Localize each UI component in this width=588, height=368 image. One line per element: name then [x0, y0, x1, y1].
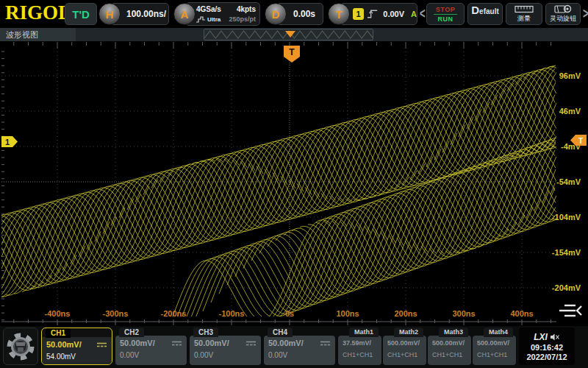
ch1-marker-number: 1: [5, 138, 10, 146]
dc-coupling-icon: [245, 340, 257, 347]
system-status-panel: LXI 09:16:42 2022/07/12: [519, 328, 575, 365]
ch3-offset: 0.00V: [194, 351, 257, 359]
channel-card-ch1[interactable]: CH1 50.00mV/ 54.00mV: [41, 328, 112, 365]
ch4-offset: 0.00V: [268, 351, 331, 359]
ch1-tab: CH1: [46, 328, 71, 338]
dc-coupling-icon: [320, 340, 331, 347]
menu-collapse-icon[interactable]: [559, 305, 581, 316]
navigation-gear-button[interactable]: [3, 328, 38, 365]
svg-text:0s: 0s: [285, 309, 294, 318]
svg-text:-104mV: -104mV: [552, 213, 581, 222]
ch4-scale: 50.00mV/: [268, 339, 304, 347]
dc-coupling-icon: [96, 342, 107, 348]
waveform-display: 96mV46mV-4mV-54mV-104mV-154mV-204mV-400n…: [0, 41, 588, 326]
svg-text:-54mV: -54mV: [556, 177, 581, 186]
channel-card-ch4[interactable]: CH4 50.00mV/ 0.00V: [264, 328, 335, 365]
top-bar: RIGOL T'D H 100.00ns/ A 4GSa/s 4kpts Ult…: [0, 0, 588, 28]
math4-expression: CH1+CH1: [477, 351, 512, 358]
ch2-tab: CH2: [119, 328, 144, 337]
stop-run-button[interactable]: STOP RUN: [426, 3, 465, 25]
trigger-knob-button[interactable]: T: [328, 3, 350, 25]
math2-expression: CH1+CH1: [387, 351, 422, 358]
horizontal-knob-button[interactable]: H: [98, 3, 121, 25]
view-tab-bar: 波形视图: [0, 28, 588, 41]
math-card-math1[interactable]: Math1 37.59mV/ CH1+CH1: [338, 328, 381, 365]
trigger-source-badge: 1: [353, 8, 364, 20]
stop-run-divider: [434, 14, 457, 15]
speaker-muted-icon: [551, 333, 560, 341]
trigger-flag-letter: T: [289, 47, 295, 57]
default-button[interactable]: Default: [467, 3, 503, 25]
default-label-initial: D: [471, 4, 479, 16]
system-date: 2022/07/12: [526, 353, 567, 361]
math3-expression: CH1+CH1: [432, 351, 467, 358]
rigol-logo: RIGOL: [5, 1, 71, 24]
math4-tab: Math4: [484, 328, 513, 337]
ch3-tab: CH3: [193, 328, 218, 337]
ch1-scale: 50.00mV/: [46, 340, 82, 349]
ch2-offset: 0.00V: [120, 351, 182, 359]
memory-depth: 4kpts: [237, 5, 256, 13]
measure-label: 测量: [517, 14, 531, 24]
svg-text:300ns: 300ns: [452, 309, 475, 318]
lxi-badge: LXI: [534, 332, 548, 342]
channel-card-ch3[interactable]: CH3 50.00mV/ 0.00V: [190, 328, 261, 365]
trigger-level: 0.00V: [383, 10, 404, 18]
trigger-position-flag[interactable]: T: [284, 46, 300, 63]
sample-resolution: 250ps/pt: [229, 15, 256, 23]
trigger-level-letter: T: [578, 137, 583, 145]
toolbar-scroll-left-icon[interactable]: <: [420, 5, 426, 22]
quick-knob-button[interactable]: 灵动旋钮: [545, 3, 581, 25]
channel-status-bar: CH1 50.00mV/ 54.00mV CH2 50.00mV/: [0, 326, 588, 368]
math1-expression: CH1+CH1: [343, 351, 377, 358]
svg-text:-200ns: -200ns: [161, 309, 187, 318]
math3-tab: Math3: [439, 328, 468, 337]
sample-rate: 4GSa/s: [196, 5, 221, 13]
ch1-offset: 54.00mV: [46, 353, 107, 361]
channel-card-ch2[interactable]: CH2 50.00mV/ 0.00V: [115, 328, 187, 365]
acquire-knob-button[interactable]: A: [173, 3, 196, 25]
acquire-chip[interactable]: 4GSa/s 4kpts Ultra 250ps/pt: [185, 2, 260, 26]
ch1-waveform-trace: [1, 66, 556, 326]
math1-tab: Math1: [349, 328, 379, 337]
svg-text:-400ns: -400ns: [45, 309, 71, 318]
svg-text:-300ns: -300ns: [103, 309, 129, 318]
toolbar-scroll-right-icon[interactable]: >: [583, 5, 588, 22]
tab-waveform-view[interactable]: 波形视图: [0, 28, 76, 41]
math4-scale: 500.00mV/: [477, 339, 512, 347]
math1-scale: 37.59mV/: [343, 339, 377, 347]
math2-scale: 500.00mV/: [387, 339, 422, 347]
trigger-sweep-mode: A: [411, 10, 417, 18]
svg-text:46mV: 46mV: [559, 107, 581, 116]
ch3-scale: 50.00mV/: [194, 339, 229, 347]
math-card-math3[interactable]: Math3 500.00mV/ CH1+CH1: [428, 328, 471, 365]
trigger-position-indicator[interactable]: [285, 31, 295, 38]
trigger-settings-chip[interactable]: 1 0.00V A: [340, 3, 417, 25]
timebase-scale: 100.00ns/: [126, 9, 166, 19]
svg-text:-204mV: -204mV: [552, 283, 581, 292]
svg-text:-100ns: -100ns: [219, 309, 245, 318]
delay-knob-button[interactable]: D: [265, 3, 287, 25]
svg-text:200ns: 200ns: [394, 309, 417, 318]
math-card-math2[interactable]: Math2 500.00mV/ CH1+CH1: [383, 328, 426, 365]
ch1-offset-marker[interactable]: 1: [1, 136, 18, 147]
dc-coupling-icon: [171, 340, 182, 347]
gear-icon: [4, 330, 37, 364]
rising-edge-icon: [367, 9, 378, 19]
ultra-acquire-icon: [196, 16, 206, 23]
stop-label: STOP: [436, 6, 455, 13]
svg-text:-154mV: -154mV: [552, 248, 581, 257]
default-label-rest: efault: [479, 7, 499, 15]
system-time: 09:16:42: [531, 343, 563, 352]
svg-text:96mV: 96mV: [559, 71, 581, 80]
ruler-icon: [514, 5, 534, 13]
math2-tab: Math2: [394, 328, 423, 337]
math3-scale: 500.00mV/: [432, 339, 467, 347]
measure-button[interactable]: 测量: [506, 3, 542, 25]
trigger-status-badge: T'D: [65, 3, 97, 25]
svg-text:100ns: 100ns: [336, 309, 359, 318]
math-card-math4[interactable]: Math4 500.00mV/ CH1+CH1: [473, 328, 516, 365]
timebase-overview-strip[interactable]: [204, 29, 373, 40]
svg-text:400ns: 400ns: [510, 309, 533, 318]
flex-knob-icon: [554, 4, 572, 13]
